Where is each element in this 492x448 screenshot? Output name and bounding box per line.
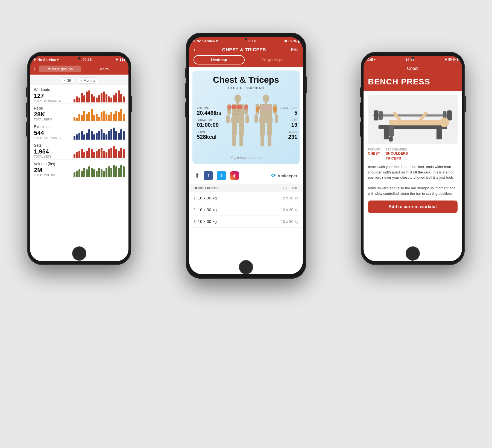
bar <box>96 133 98 140</box>
right-service: Call <box>367 58 373 61</box>
instagram-icon[interactable]: ◎ <box>230 171 239 180</box>
bar <box>101 169 102 177</box>
bar <box>110 129 112 140</box>
svg-rect-5 <box>234 110 236 112</box>
facebook-icon[interactable]: f <box>204 171 213 180</box>
runkeeper-text: runkeeper <box>277 173 297 178</box>
phone-right: Call ▾ 14:55 ✱ 80 % ▮ Chest BENCH PRESS <box>361 52 465 265</box>
count-filter[interactable]: ▼ 36 <box>60 77 74 84</box>
bar <box>115 166 117 177</box>
muscle-groups-tab[interactable]: Muscle groups <box>39 66 81 72</box>
share-icons: ⬆ f t ◎ <box>195 171 239 180</box>
svg-rect-38 <box>379 125 447 129</box>
center-home-button[interactable] <box>239 260 253 274</box>
bar <box>106 152 107 158</box>
exercise-row-3: 3.10 x 30 kg 10 x 30 kg <box>189 216 303 228</box>
bar <box>96 98 98 102</box>
center-edit-button[interactable]: Edit <box>291 48 298 52</box>
svg-rect-10 <box>227 104 231 110</box>
svg-rect-43 <box>379 111 383 120</box>
mini-chart <box>74 126 125 140</box>
bar <box>88 166 90 177</box>
duration-stat: DURATION 01:00:00 <box>197 119 221 128</box>
bar <box>93 115 95 121</box>
bar <box>88 129 90 140</box>
right-battery: 80 % <box>448 58 456 61</box>
period-filter[interactable]: ▼ Months <box>77 77 98 84</box>
svg-rect-34 <box>260 122 265 136</box>
bar <box>110 148 112 158</box>
runkeeper-icon: ⟳ <box>271 172 276 179</box>
runkeeper-logo[interactable]: ⟳ runkeeper <box>271 172 297 179</box>
bar <box>101 129 102 140</box>
progress-pic-tab[interactable]: Progress pic <box>247 55 298 64</box>
bar <box>83 152 85 158</box>
exercise-list-title: BENCH PRESS <box>194 186 219 190</box>
bar <box>108 131 110 140</box>
bar <box>91 131 93 140</box>
workout-stats-grid: VOLUME 20.446lbs DURATION 01:00:00 BURN … <box>197 93 295 154</box>
left-home-button[interactable] <box>72 246 86 261</box>
bar <box>106 168 107 177</box>
stat-sets: Sets1,954TOTAL SETS <box>30 141 128 160</box>
left-back-button[interactable]: ‹ <box>33 66 35 72</box>
ex-last-1: 10 x 30 kg <box>281 196 298 200</box>
bar <box>96 114 98 121</box>
bar <box>123 131 125 140</box>
bar <box>78 151 80 158</box>
svg-rect-15 <box>231 117 244 123</box>
muscle-labels: PRIMARY CHEST SECONDARIES SHOULDERS TRIC… <box>368 148 458 161</box>
primary-muscles: CHEST <box>368 151 381 156</box>
bar <box>98 131 100 140</box>
heatmap-tab[interactable]: Heatmap <box>194 55 245 64</box>
left-bluetooth-icon: ✱ <box>115 58 118 62</box>
svg-rect-32 <box>275 114 278 123</box>
bar <box>76 96 78 102</box>
bar <box>118 90 120 102</box>
svg-rect-51 <box>389 137 393 142</box>
units-tab[interactable]: Units <box>83 66 125 72</box>
bar <box>120 165 122 177</box>
share-icon[interactable]: ⬆ <box>195 172 200 179</box>
center-wifi-icon: ▾ <box>216 39 218 43</box>
bar <box>83 134 85 140</box>
bar <box>115 149 117 158</box>
phone-left: ✈ No Service ▾ 00:15 ✱ ▮▮▮ ‹ Muscle grou… <box>27 52 131 265</box>
mini-chart <box>74 145 125 158</box>
bar <box>81 149 83 158</box>
bar <box>103 171 105 177</box>
bar <box>101 93 102 102</box>
sets-stat: SETS 19 <box>280 119 297 128</box>
bar <box>78 133 80 140</box>
filter-row: ▼ 36 ▼ Months <box>30 75 128 85</box>
bar <box>101 112 102 121</box>
bar <box>115 111 117 121</box>
bar <box>93 152 95 158</box>
stat-section-label: Sets <box>34 143 52 148</box>
ex-set-2: 10 x 30 kg <box>198 207 217 212</box>
svg-point-4 <box>237 105 242 109</box>
stat-value: 127 <box>34 92 61 99</box>
stat-exercises: Exercises544TOTAL EXERCISES <box>30 122 128 141</box>
secondaries-label: SECONDARIES <box>386 148 408 151</box>
center-back-button[interactable]: ‹ <box>194 47 195 53</box>
twitter-icon[interactable]: t <box>217 171 226 180</box>
bar <box>106 94 107 102</box>
svg-rect-17 <box>239 122 244 136</box>
phone-center: ✈ No Service ▾ 00:14 ✱ 69 % ▮ ‹ CHEST & … <box>186 33 306 279</box>
bar <box>108 96 110 102</box>
bar <box>123 166 125 177</box>
bar <box>101 148 102 158</box>
ex-num-1: 1. <box>194 196 197 200</box>
svg-line-49 <box>421 113 426 120</box>
add-to-workout-button[interactable]: Add to current workout <box>368 201 458 213</box>
stat-value: 544 <box>34 129 61 137</box>
bar <box>86 92 88 102</box>
bar <box>110 112 112 121</box>
right-home-button[interactable] <box>406 246 420 261</box>
left-time: 00:15 <box>83 58 92 62</box>
center-nav: ‹ CHEST & TRICEPS Edit <box>189 45 303 55</box>
exercise-row-1: 1.10 x 30 kg 10 x 30 kg <box>189 192 303 204</box>
bar <box>118 133 120 140</box>
workout-website: fitty.co/gymherotest <box>197 156 295 160</box>
